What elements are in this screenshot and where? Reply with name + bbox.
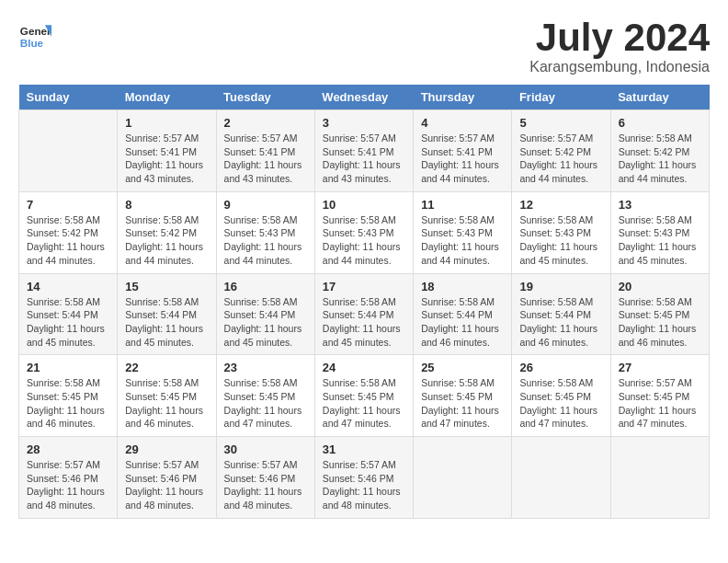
calendar-cell: 2Sunrise: 5:57 AM Sunset: 5:41 PM Daylig…: [216, 110, 314, 192]
calendar-cell: 12Sunrise: 5:58 AM Sunset: 5:43 PM Dayli…: [512, 191, 610, 273]
day-info: Sunrise: 5:58 AM Sunset: 5:44 PM Dayligh…: [224, 295, 307, 350]
day-info: Sunrise: 5:58 AM Sunset: 5:44 PM Dayligh…: [27, 295, 109, 350]
day-number: 17: [323, 280, 405, 293]
day-number: 29: [125, 442, 208, 456]
day-number: 4: [421, 116, 504, 130]
calendar-cell: [610, 437, 709, 519]
day-number: 20: [619, 280, 701, 293]
day-number: 26: [519, 361, 602, 374]
day-info: Sunrise: 5:58 AM Sunset: 5:44 PM Dayligh…: [125, 295, 208, 350]
day-info: Sunrise: 5:58 AM Sunset: 5:43 PM Dayligh…: [224, 213, 307, 268]
day-number: 3: [323, 116, 405, 130]
calendar-cell: 15Sunrise: 5:58 AM Sunset: 5:44 PM Dayli…: [118, 273, 216, 355]
day-number: 30: [224, 442, 307, 456]
day-number: 25: [421, 361, 504, 374]
day-info: Sunrise: 5:58 AM Sunset: 5:43 PM Dayligh…: [323, 213, 405, 268]
calendar-week-4: 21Sunrise: 5:58 AM Sunset: 5:45 PM Dayli…: [19, 355, 710, 437]
calendar-cell: 8Sunrise: 5:58 AM Sunset: 5:42 PM Daylig…: [118, 191, 216, 273]
day-number: 28: [27, 442, 109, 456]
calendar-week-5: 28Sunrise: 5:57 AM Sunset: 5:46 PM Dayli…: [19, 437, 710, 519]
calendar-cell: 10Sunrise: 5:58 AM Sunset: 5:43 PM Dayli…: [314, 191, 413, 273]
header-friday: Friday: [512, 85, 610, 110]
calendar-week-2: 7Sunrise: 5:58 AM Sunset: 5:42 PM Daylig…: [19, 191, 710, 273]
calendar-cell: 21Sunrise: 5:58 AM Sunset: 5:45 PM Dayli…: [19, 355, 118, 437]
day-info: Sunrise: 5:57 AM Sunset: 5:41 PM Dayligh…: [421, 132, 504, 186]
calendar-cell: 13Sunrise: 5:58 AM Sunset: 5:43 PM Dayli…: [610, 191, 709, 273]
day-number: 23: [224, 361, 307, 374]
calendar-cell: 27Sunrise: 5:57 AM Sunset: 5:45 PM Dayli…: [610, 355, 709, 437]
day-info: Sunrise: 5:58 AM Sunset: 5:43 PM Dayligh…: [421, 213, 504, 268]
day-number: 1: [125, 116, 208, 130]
calendar-cell: 22Sunrise: 5:58 AM Sunset: 5:45 PM Dayli…: [118, 355, 216, 437]
day-number: 19: [519, 280, 602, 293]
calendar-cell: [19, 110, 118, 192]
day-number: 10: [323, 198, 405, 212]
day-info: Sunrise: 5:57 AM Sunset: 5:45 PM Dayligh…: [619, 376, 701, 431]
logo: General Blue: [18, 18, 51, 52]
day-number: 11: [421, 198, 504, 212]
calendar-cell: 1Sunrise: 5:57 AM Sunset: 5:41 PM Daylig…: [118, 110, 216, 192]
calendar-cell: 11Sunrise: 5:58 AM Sunset: 5:43 PM Dayli…: [414, 191, 512, 273]
calendar-cell: 6Sunrise: 5:58 AM Sunset: 5:42 PM Daylig…: [610, 110, 709, 192]
calendar-cell: 5Sunrise: 5:57 AM Sunset: 5:42 PM Daylig…: [512, 110, 610, 192]
day-number: 2: [224, 116, 307, 130]
calendar-cell: 25Sunrise: 5:58 AM Sunset: 5:45 PM Dayli…: [414, 355, 512, 437]
calendar-cell: 4Sunrise: 5:57 AM Sunset: 5:41 PM Daylig…: [414, 110, 512, 192]
day-info: Sunrise: 5:58 AM Sunset: 5:45 PM Dayligh…: [519, 376, 602, 431]
day-number: 14: [27, 280, 109, 293]
day-number: 31: [323, 442, 405, 456]
day-number: 6: [619, 116, 701, 130]
day-info: Sunrise: 5:57 AM Sunset: 5:41 PM Dayligh…: [323, 132, 405, 186]
day-info: Sunrise: 5:58 AM Sunset: 5:45 PM Dayligh…: [125, 376, 208, 431]
day-info: Sunrise: 5:58 AM Sunset: 5:42 PM Dayligh…: [27, 213, 109, 268]
day-info: Sunrise: 5:58 AM Sunset: 5:44 PM Dayligh…: [323, 295, 405, 350]
day-info: Sunrise: 5:58 AM Sunset: 5:42 PM Dayligh…: [619, 132, 701, 186]
day-number: 24: [323, 361, 405, 374]
header-row: Sunday Monday Tuesday Wednesday Thursday…: [19, 85, 710, 110]
header-saturday: Saturday: [610, 85, 709, 110]
day-info: Sunrise: 5:58 AM Sunset: 5:42 PM Dayligh…: [125, 213, 208, 268]
page-title: July 2024: [529, 18, 710, 57]
day-info: Sunrise: 5:57 AM Sunset: 5:46 PM Dayligh…: [27, 458, 109, 512]
calendar-cell: 19Sunrise: 5:58 AM Sunset: 5:44 PM Dayli…: [512, 273, 610, 355]
page-header: General Blue July 2024 Karangsembung, In…: [18, 18, 710, 75]
header-wednesday: Wednesday: [314, 85, 413, 110]
calendar-cell: 3Sunrise: 5:57 AM Sunset: 5:41 PM Daylig…: [314, 110, 413, 192]
logo-icon: General Blue: [18, 18, 51, 52]
day-info: Sunrise: 5:57 AM Sunset: 5:46 PM Dayligh…: [224, 458, 307, 512]
calendar-cell: [512, 437, 610, 519]
day-info: Sunrise: 5:58 AM Sunset: 5:43 PM Dayligh…: [519, 213, 602, 268]
header-tuesday: Tuesday: [216, 85, 314, 110]
day-info: Sunrise: 5:57 AM Sunset: 5:46 PM Dayligh…: [125, 458, 208, 512]
day-number: 8: [125, 198, 208, 212]
calendar-week-1: 1Sunrise: 5:57 AM Sunset: 5:41 PM Daylig…: [19, 110, 710, 192]
day-number: 12: [519, 198, 602, 212]
calendar-cell: 30Sunrise: 5:57 AM Sunset: 5:46 PM Dayli…: [216, 437, 314, 519]
day-number: 9: [224, 198, 307, 212]
title-section: July 2024 Karangsembung, Indonesia: [529, 18, 710, 75]
calendar-cell: 31Sunrise: 5:57 AM Sunset: 5:46 PM Dayli…: [314, 437, 413, 519]
calendar-cell: 26Sunrise: 5:58 AM Sunset: 5:45 PM Dayli…: [512, 355, 610, 437]
day-number: 5: [519, 116, 602, 130]
day-number: 18: [421, 280, 504, 293]
day-number: 7: [27, 198, 109, 212]
day-number: 21: [27, 361, 109, 374]
day-info: Sunrise: 5:58 AM Sunset: 5:43 PM Dayligh…: [619, 213, 701, 268]
page-subtitle: Karangsembung, Indonesia: [529, 59, 710, 75]
calendar-cell: 23Sunrise: 5:58 AM Sunset: 5:45 PM Dayli…: [216, 355, 314, 437]
header-monday: Monday: [118, 85, 216, 110]
header-thursday: Thursday: [414, 85, 512, 110]
day-number: 22: [125, 361, 208, 374]
calendar-cell: [414, 437, 512, 519]
day-info: Sunrise: 5:58 AM Sunset: 5:45 PM Dayligh…: [619, 295, 701, 350]
calendar-cell: 14Sunrise: 5:58 AM Sunset: 5:44 PM Dayli…: [19, 273, 118, 355]
day-number: 13: [619, 198, 701, 212]
day-info: Sunrise: 5:57 AM Sunset: 5:42 PM Dayligh…: [519, 132, 602, 186]
calendar-cell: 29Sunrise: 5:57 AM Sunset: 5:46 PM Dayli…: [118, 437, 216, 519]
calendar-cell: 9Sunrise: 5:58 AM Sunset: 5:43 PM Daylig…: [216, 191, 314, 273]
day-info: Sunrise: 5:58 AM Sunset: 5:45 PM Dayligh…: [421, 376, 504, 431]
svg-text:Blue: Blue: [20, 37, 44, 49]
calendar-cell: 18Sunrise: 5:58 AM Sunset: 5:44 PM Dayli…: [414, 273, 512, 355]
calendar-cell: 7Sunrise: 5:58 AM Sunset: 5:42 PM Daylig…: [19, 191, 118, 273]
day-info: Sunrise: 5:58 AM Sunset: 5:45 PM Dayligh…: [224, 376, 307, 431]
